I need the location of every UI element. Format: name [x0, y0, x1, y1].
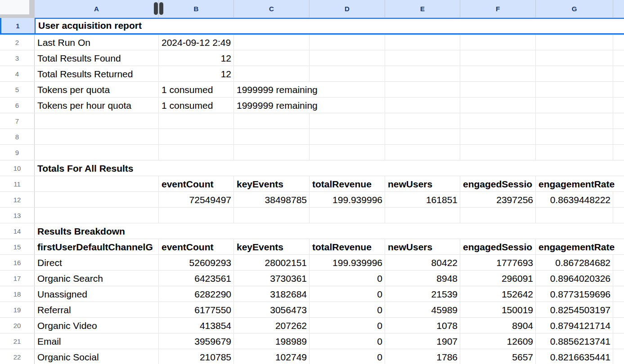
cell-H4[interactable]	[613, 66, 624, 81]
cell-G2[interactable]	[536, 35, 613, 50]
cell-B19[interactable]: 6177550	[159, 302, 234, 317]
cell-E4[interactable]	[385, 66, 460, 81]
row-header-3[interactable]: 3	[0, 50, 35, 66]
cell-F11[interactable]: engagedSessio	[460, 176, 536, 191]
cell-H9[interactable]	[613, 145, 624, 160]
cell-E12[interactable]: 161851	[385, 192, 460, 207]
cell-F5[interactable]	[460, 82, 536, 97]
cell-B8[interactable]	[159, 129, 234, 144]
cell-A12[interactable]	[35, 192, 159, 207]
cell-A18[interactable]: Unassigned	[35, 286, 159, 302]
cell-H8[interactable]	[613, 129, 624, 144]
cell-D17[interactable]: 0	[310, 271, 385, 286]
cell-A16[interactable]: Direct	[35, 255, 159, 270]
cell-H7[interactable]	[613, 113, 624, 129]
cell-B15[interactable]: eventCount	[159, 239, 234, 254]
cell-B21[interactable]: 3959679	[159, 333, 234, 349]
cell-E22[interactable]: 1786	[385, 349, 460, 364]
cell-D21[interactable]: 0	[310, 333, 385, 349]
row-header-2[interactable]: 2	[0, 35, 35, 50]
cell-H16[interactable]	[613, 255, 624, 270]
cell-H18[interactable]	[613, 286, 624, 302]
cell-G3[interactable]	[536, 50, 613, 66]
row-header-13[interactable]: 13	[0, 208, 35, 223]
row-header-16[interactable]: 16	[0, 255, 35, 270]
cell-F4[interactable]	[460, 66, 536, 81]
cell-H20[interactable]	[613, 318, 624, 333]
cell-D2[interactable]	[310, 35, 385, 50]
cell-G15[interactable]: engagementRate	[536, 239, 624, 254]
cell-B16[interactable]: 52609293	[159, 255, 234, 270]
cell-F3[interactable]	[460, 50, 536, 66]
cell-E6[interactable]	[385, 98, 460, 113]
cell-F16[interactable]: 1777693	[460, 255, 536, 270]
cell-F6[interactable]	[460, 98, 536, 113]
cell-A5[interactable]: Tokens per quota	[35, 82, 159, 97]
cell-B9[interactable]	[159, 145, 234, 160]
cell-H5[interactable]	[613, 82, 624, 97]
cell-H19[interactable]	[613, 302, 624, 317]
cell-E2[interactable]	[385, 35, 460, 50]
cell-G9[interactable]	[536, 145, 613, 160]
cell-C12[interactable]: 38498785	[234, 192, 310, 207]
section-cell-A10[interactable]: Totals For All Results	[35, 160, 624, 176]
cell-H17[interactable]	[613, 271, 624, 286]
cell-A22[interactable]: Organic Social	[35, 349, 159, 364]
cell-F21[interactable]: 12609	[460, 333, 536, 349]
cell-D12[interactable]: 199.939996	[310, 192, 385, 207]
cell-A6[interactable]: Tokens per hour quota	[35, 98, 159, 113]
cell-B11[interactable]: eventCount	[159, 176, 234, 191]
cell-D13[interactable]	[310, 208, 385, 223]
cell-F7[interactable]	[460, 113, 536, 129]
cell-D9[interactable]	[310, 145, 385, 160]
cell-C5[interactable]: 1999999 remaining	[234, 82, 385, 97]
cell-C6[interactable]: 1999999 remaining	[234, 98, 385, 113]
row-header-11[interactable]: 11	[0, 176, 35, 191]
select-all-box[interactable]	[0, 0, 29, 14]
cell-F17[interactable]: 296091	[460, 271, 536, 286]
cell-D20[interactable]: 0	[310, 318, 385, 333]
cell-A13[interactable]	[35, 208, 159, 223]
column-header-partial[interactable]	[613, 0, 624, 18]
column-header-A[interactable]: A	[35, 0, 159, 18]
cell-E21[interactable]: 1907	[385, 333, 460, 349]
select-all-corner[interactable]	[0, 0, 35, 18]
column-header-B[interactable]: B	[159, 0, 234, 18]
cell-D22[interactable]: 0	[310, 349, 385, 364]
cell-C2[interactable]	[234, 35, 310, 50]
row-header-10[interactable]: 10	[0, 160, 35, 176]
cell-B22[interactable]: 210785	[159, 349, 234, 364]
cell-A2[interactable]: Last Run On	[35, 35, 159, 50]
cell-A17[interactable]: Organic Search	[35, 271, 159, 286]
cell-B13[interactable]	[159, 208, 234, 223]
cell-H21[interactable]	[613, 333, 624, 349]
cell-F20[interactable]: 8904	[460, 318, 536, 333]
section-cell-A14[interactable]: Results Breakdown	[35, 223, 624, 239]
column-header-E[interactable]: E	[385, 0, 460, 18]
cell-C20[interactable]: 207262	[234, 318, 310, 333]
cell-F9[interactable]	[460, 145, 536, 160]
cell-H6[interactable]	[613, 98, 624, 113]
cell-G4[interactable]	[536, 66, 613, 81]
row-header-4[interactable]: 4	[0, 66, 35, 81]
cell-F8[interactable]	[460, 129, 536, 144]
cell-D3[interactable]	[310, 50, 385, 66]
cell-G19[interactable]: 0.8254503197	[536, 302, 613, 317]
row-header-9[interactable]: 9	[0, 145, 35, 160]
row-header-14[interactable]: 14	[0, 223, 35, 239]
cell-G22[interactable]: 0.8216635441	[536, 349, 613, 364]
cell-D7[interactable]	[310, 113, 385, 129]
cell-E9[interactable]	[385, 145, 460, 160]
cell-F18[interactable]: 152642	[460, 286, 536, 302]
cell-B17[interactable]: 6423561	[159, 271, 234, 286]
cell-G12[interactable]: 0.8639448222	[536, 192, 613, 207]
cell-C4[interactable]	[234, 66, 310, 81]
row-header-22[interactable]: 22	[0, 349, 35, 364]
cell-E7[interactable]	[385, 113, 460, 129]
row-header-5[interactable]: 5	[0, 82, 35, 97]
cell-D18[interactable]: 0	[310, 286, 385, 302]
cell-B5[interactable]: 1 consumed	[159, 82, 234, 97]
cell-C11[interactable]: keyEvents	[234, 176, 310, 191]
cell-G11[interactable]: engagementRate	[536, 176, 624, 191]
cell-E20[interactable]: 1078	[385, 318, 460, 333]
